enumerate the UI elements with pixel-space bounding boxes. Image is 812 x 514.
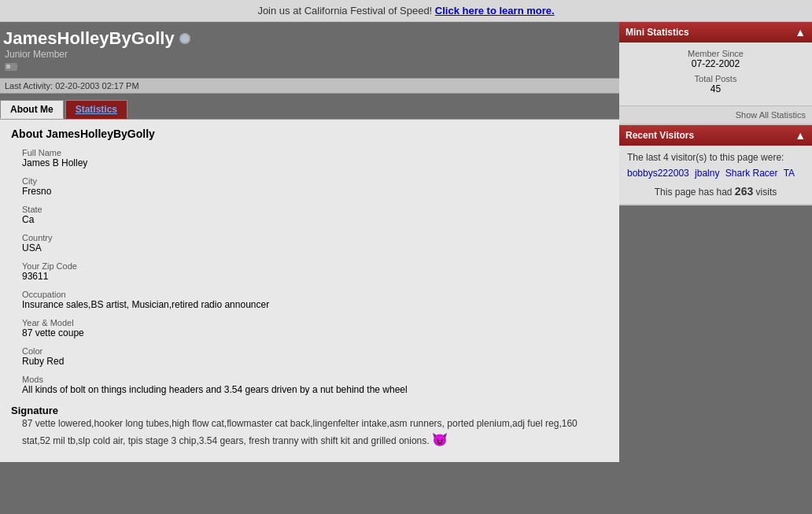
show-all-stats-link[interactable]: Show All Statistics <box>736 110 806 120</box>
field-value: 87 vette coupe <box>22 327 608 338</box>
recent-visitors-collapse-icon[interactable]: ▲ <box>795 129 806 142</box>
recent-visitors-header: Recent Visitors ▲ <box>619 125 812 146</box>
recent-visitors-title: Recent Visitors <box>626 130 694 141</box>
about-heading: About JamesHolleyByGolly <box>11 128 608 140</box>
field-value: Ca <box>22 214 608 225</box>
show-all-stats-row: Show All Statistics <box>619 105 812 124</box>
signature-label: Signature <box>11 405 58 416</box>
visitor-links: bobbys222003 jbalny Shark Racer TA <box>627 168 804 179</box>
last-activity-text: Last Activity: 02-20-2003 02:17 PM <box>5 81 139 91</box>
total-posts-value: 45 <box>627 83 804 94</box>
visitor-link[interactable]: Shark Racer <box>725 168 778 179</box>
recent-visitors-body: The last 4 visitor(s) to this page were:… <box>619 146 812 204</box>
field-label: Year & Model <box>22 318 608 327</box>
field-label: City <box>22 176 608 186</box>
statistics-tab-link[interactable]: Statistics <box>76 104 117 115</box>
mini-stats-collapse-icon[interactable]: ▲ <box>795 26 806 39</box>
mini-stats-body: Member Since 07-22-2002 Total Posts 45 <box>619 43 812 105</box>
user-icons-row <box>3 60 611 75</box>
field-label: Color <box>22 346 608 356</box>
tab-about-me[interactable]: About Me <box>0 100 64 119</box>
field-label: State <box>22 205 608 214</box>
total-posts-block: Total Posts 45 <box>627 74 804 94</box>
content-area: JamesHolleyByGolly Junior Member Last Ac… <box>0 22 619 462</box>
field-value: James B Holley <box>22 157 608 168</box>
svg-rect-1 <box>6 65 10 68</box>
member-since-block: Member Since 07-22-2002 <box>627 49 804 69</box>
mini-stats-title: Mini Statistics <box>626 27 689 38</box>
field-value: USA <box>22 242 608 253</box>
field-value: 93611 <box>22 271 608 282</box>
member-since-value: 07-22-2002 <box>627 58 804 69</box>
devil-emoji-icon: 😈 <box>432 433 448 446</box>
tab-statistics[interactable]: Statistics <box>65 100 127 119</box>
visitor-link[interactable]: jbalny <box>695 168 719 179</box>
field-label: Full Name <box>22 148 608 157</box>
field-label: Country <box>22 233 608 242</box>
mini-stats-header: Mini Statistics ▲ <box>619 22 812 43</box>
username-row: JamesHolleyByGolly <box>3 28 611 49</box>
field-value: Ruby Red <box>22 356 608 367</box>
signature-text: 87 vette lowered,hooker long tubes,high … <box>22 416 608 449</box>
signature-section: Signature 87 vette lowered,hooker long t… <box>11 405 608 449</box>
field-value: Insurance sales,BS artist, Musician,reti… <box>22 299 608 310</box>
visitor-link[interactable]: TA <box>784 168 795 179</box>
profile-header: JamesHolleyByGolly Junior Member <box>0 22 619 78</box>
field-label: Mods <box>22 375 608 384</box>
user-rank: Junior Member <box>3 49 611 60</box>
page-visits: This page has had 263 visits <box>627 185 804 198</box>
visitor-link[interactable]: bobbys222003 <box>627 168 689 179</box>
member-since-label: Member Since <box>627 49 804 58</box>
online-status-icon <box>179 33 190 44</box>
banner-link[interactable]: Click here to learn more. <box>435 5 555 17</box>
last-activity-bar: Last Activity: 02-20-2003 02:17 PM <box>0 78 619 94</box>
banner-text: Join us at California Festival of Speed! <box>257 5 432 17</box>
profile-content: About JamesHolleyByGolly Full NameJames … <box>0 119 619 462</box>
recent-visitors-box: Recent Visitors ▲ The last 4 visitor(s) … <box>619 125 812 204</box>
main-layout: JamesHolleyByGolly Junior Member Last Ac… <box>0 22 812 462</box>
tabs-row: About Me Statistics <box>0 94 619 119</box>
field-value: Fresno <box>22 186 608 197</box>
field-label: Your Zip Code <box>22 261 608 271</box>
fields-container: Full NameJames B HolleyCityFresnoStateCa… <box>11 148 608 395</box>
total-posts-label: Total Posts <box>627 74 804 83</box>
mini-stats-box: Mini Statistics ▲ Member Since 07-22-200… <box>619 22 812 124</box>
top-banner: Join us at California Festival of Speed!… <box>0 0 812 22</box>
field-value: All kinds of bolt on things including he… <box>22 384 608 395</box>
field-label: Occupation <box>22 290 608 299</box>
username: JamesHolleyByGolly <box>3 28 175 49</box>
right-sidebar: Mini Statistics ▲ Member Since 07-22-200… <box>619 22 812 205</box>
user-icon <box>5 61 19 72</box>
visitors-intro: The last 4 visitor(s) to this page were: <box>627 152 804 163</box>
signature-content: 87 vette lowered,hooker long tubes,high … <box>22 418 578 446</box>
